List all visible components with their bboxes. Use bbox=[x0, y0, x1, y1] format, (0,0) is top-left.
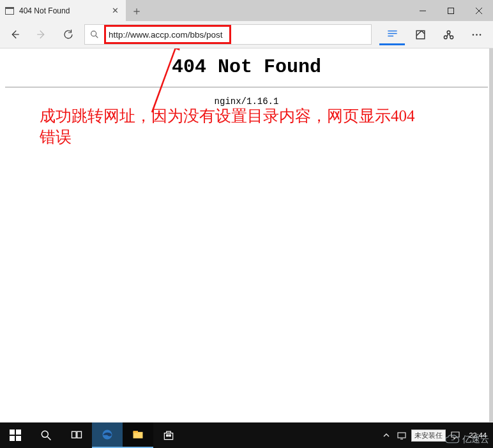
error-heading: 404 Not Found bbox=[5, 56, 488, 78]
taskbar-clock[interactable]: 22:44 bbox=[465, 431, 490, 439]
search-button[interactable] bbox=[31, 422, 61, 448]
back-button[interactable] bbox=[4, 24, 26, 45]
address-bar[interactable]: http://www.accp.com/bbs/post bbox=[84, 24, 372, 45]
svg-rect-1 bbox=[448, 8, 454, 13]
taskbar-app-explorer[interactable] bbox=[123, 422, 153, 448]
svg-rect-30 bbox=[167, 435, 169, 437]
toolbar-actions bbox=[377, 24, 489, 45]
svg-point-12 bbox=[447, 31, 450, 34]
reading-view-button[interactable] bbox=[379, 24, 405, 45]
svg-point-6 bbox=[91, 31, 96, 36]
titlebar-drag-region bbox=[148, 0, 409, 21]
action-center-icon[interactable] bbox=[450, 429, 461, 441]
svg-rect-31 bbox=[169, 435, 171, 437]
divider bbox=[5, 87, 488, 87]
svg-point-16 bbox=[476, 34, 478, 36]
address-url-highlighted[interactable]: http://www.accp.com/bbs/post bbox=[104, 25, 231, 44]
svg-rect-22 bbox=[16, 436, 21, 441]
svg-rect-32 bbox=[398, 433, 406, 438]
svg-point-23 bbox=[42, 431, 48, 437]
refresh-button[interactable] bbox=[57, 24, 79, 45]
svg-rect-20 bbox=[16, 429, 21, 435]
scrollbar-thumb[interactable] bbox=[489, 49, 493, 422]
scrollbar-track[interactable] bbox=[489, 49, 493, 422]
svg-point-13 bbox=[444, 36, 447, 39]
svg-line-24 bbox=[48, 437, 51, 440]
page-icon bbox=[5, 7, 14, 15]
annotation-text: 成功跳转网址，因为没有设置目录内容，网页显示404错误 bbox=[40, 106, 429, 147]
taskbar-app-store[interactable] bbox=[153, 422, 184, 448]
browser-titlebar: 404 Not Found ✕ ＋ bbox=[0, 0, 493, 21]
forward-button[interactable] bbox=[31, 24, 52, 45]
share-button[interactable] bbox=[436, 24, 461, 45]
address-url-text: http://www.accp.com/bbs/post bbox=[109, 30, 223, 40]
task-view-button[interactable] bbox=[61, 422, 92, 448]
svg-rect-25 bbox=[72, 431, 77, 438]
server-signature: nginx/1.16.1 bbox=[5, 96, 488, 107]
svg-rect-19 bbox=[10, 429, 15, 435]
window-maximize-button[interactable] bbox=[437, 0, 465, 21]
windows-taskbar: 未安装任 22:44 ∞ 亿速云 bbox=[0, 422, 493, 448]
web-note-button[interactable] bbox=[407, 24, 433, 45]
svg-rect-21 bbox=[10, 436, 15, 441]
svg-point-15 bbox=[472, 34, 474, 36]
svg-line-7 bbox=[96, 36, 98, 38]
window-close-button[interactable] bbox=[465, 0, 493, 21]
ime-status[interactable]: 未安装任 bbox=[411, 429, 446, 442]
new-tab-button[interactable]: ＋ bbox=[126, 0, 148, 21]
tab-title: 404 Not Found bbox=[19, 6, 104, 15]
svg-point-14 bbox=[450, 36, 453, 39]
start-button[interactable] bbox=[0, 422, 31, 448]
svg-rect-29 bbox=[133, 431, 139, 433]
system-tray: 未安装任 22:44 bbox=[381, 422, 493, 448]
tray-expand-icon[interactable] bbox=[381, 429, 392, 441]
browser-tab[interactable]: 404 Not Found ✕ bbox=[0, 0, 126, 21]
page-viewport: 404 Not Found nginx/1.16.1 成功跳转网址，因为没有设置… bbox=[0, 49, 493, 422]
tab-close-button[interactable]: ✕ bbox=[109, 6, 121, 15]
search-icon bbox=[85, 29, 104, 40]
more-button[interactable] bbox=[464, 24, 489, 45]
svg-point-17 bbox=[479, 34, 481, 36]
network-icon[interactable] bbox=[396, 429, 407, 441]
svg-rect-26 bbox=[77, 431, 82, 438]
window-minimize-button[interactable] bbox=[409, 0, 437, 21]
browser-toolbar: http://www.accp.com/bbs/post bbox=[0, 21, 493, 49]
taskbar-app-edge[interactable] bbox=[92, 422, 123, 448]
